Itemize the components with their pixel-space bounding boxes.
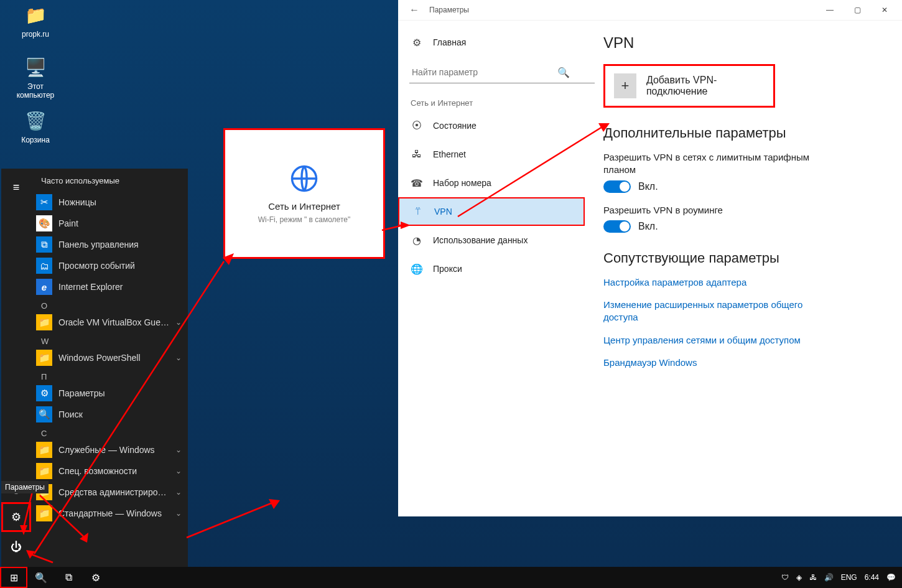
letter-header[interactable]: С xyxy=(31,425,188,439)
app-label: Internet Explorer xyxy=(58,282,182,292)
volume-icon[interactable]: 🔊 xyxy=(824,573,834,582)
letter-header[interactable]: O xyxy=(31,297,188,312)
nav-item[interactable]: ◔Использование данных xyxy=(398,226,585,254)
app-icon: 🗂 xyxy=(36,258,52,274)
language-indicator[interactable]: ENG xyxy=(841,573,857,582)
nav-item[interactable]: ⦿Состояние xyxy=(398,111,585,140)
start-button[interactable]: ⊞ xyxy=(0,567,27,588)
app-label: Paint xyxy=(58,218,182,228)
nav-item[interactable]: ⍡VPN xyxy=(398,197,585,226)
settings-tooltip: Параметры xyxy=(1,481,49,493)
related-link[interactable]: Изменение расширенных параметров общего … xyxy=(603,299,827,324)
letter-header[interactable]: П xyxy=(31,368,188,383)
toggle-switch[interactable] xyxy=(603,220,631,233)
nav-item[interactable]: 🌐Прокси xyxy=(398,254,585,283)
app-label: Средства администрировани... xyxy=(58,487,169,497)
toggle-vpn-roaming[interactable]: Вкл. xyxy=(603,220,883,233)
toggle-switch[interactable] xyxy=(603,180,631,193)
folder-icon: 📁 xyxy=(36,442,52,458)
desktop-icon-label: propk.ru xyxy=(11,30,60,39)
app-icon: ✂ xyxy=(36,194,52,210)
start-list-header: Часто используемые xyxy=(31,174,188,192)
network-icon[interactable]: 🖧 xyxy=(809,573,817,582)
start-app-item[interactable]: 🗂Просмотр событий xyxy=(31,255,188,276)
recycle-bin-icon: 🗑️ xyxy=(23,108,48,133)
folder-icon: 📁 xyxy=(36,314,52,330)
start-app-item[interactable]: 📁Windows PowerShell⌄ xyxy=(31,347,188,368)
start-app-item[interactable]: 🎨Paint xyxy=(31,213,188,234)
section-heading: Дополнительные параметры xyxy=(603,125,883,141)
folder-icon: 📁 xyxy=(23,2,48,27)
app-icon: ⧉ xyxy=(36,236,52,253)
folder-icon: 📁 xyxy=(36,463,52,479)
nav-item[interactable]: 🖧Ethernet xyxy=(398,140,585,169)
desktop-icon-bin[interactable]: 🗑️ Корзина xyxy=(11,108,60,144)
action-center-icon[interactable]: 💬 xyxy=(886,573,896,582)
taskbar-settings-icon[interactable]: ⚙ xyxy=(82,567,109,588)
taskbar: ⊞ 🔍 ⧉ ⚙ 🛡 ◈ 🖧 🔊 ENG 6:44 💬 xyxy=(0,567,902,588)
chevron-down-icon: ⌄ xyxy=(175,318,182,327)
start-app-item[interactable]: ✂Ножницы xyxy=(31,192,188,213)
chevron-down-icon: ⌄ xyxy=(175,509,182,518)
add-vpn-button[interactable]: + Добавить VPN-подключение xyxy=(603,64,775,108)
chevron-down-icon: ⌄ xyxy=(175,467,182,475)
taskbar-search-icon[interactable]: 🔍 xyxy=(27,567,55,588)
security-icon[interactable]: 🛡 xyxy=(781,573,789,582)
gear-icon: ⚙ xyxy=(411,37,423,49)
app-icon: 🔍 xyxy=(36,406,52,422)
start-app-item[interactable]: ⚙Параметры xyxy=(31,383,188,404)
app-label: Ножницы xyxy=(58,197,182,207)
back-button[interactable]: ← xyxy=(404,4,424,16)
start-app-item[interactable]: 📁Oracle VM VirtualBox Guest A...⌄ xyxy=(31,312,188,333)
minimize-button[interactable]: — xyxy=(816,1,844,19)
desktop-icon-label: Корзина xyxy=(11,136,60,144)
nav-icon: ☎ xyxy=(411,177,423,189)
task-view-icon[interactable]: ⧉ xyxy=(55,567,82,588)
option-label: Разрешить VPN в сетях с лимитным тарифны… xyxy=(603,151,827,177)
app-label: Oracle VM VirtualBox Guest A... xyxy=(58,317,169,327)
start-app-item[interactable]: 📁Стандартные — Windows⌄ xyxy=(31,503,188,524)
toggle-vpn-metered[interactable]: Вкл. xyxy=(603,180,883,193)
tray-icon[interactable]: ◈ xyxy=(796,573,802,582)
letter-header[interactable]: W xyxy=(31,333,188,347)
start-app-item[interactable]: 📁Служебные — Windows⌄ xyxy=(31,439,188,460)
nav-label: Состояние xyxy=(433,121,477,131)
related-link[interactable]: Центр управления сетями и общим доступом xyxy=(603,334,827,347)
nav-icon: ⦿ xyxy=(411,120,423,131)
desktop: 📁 propk.ru 🖥️ Этот компьютер 🗑️ Корзина … xyxy=(0,0,902,588)
app-label: Панель управления xyxy=(58,240,182,250)
app-label: Поиск xyxy=(58,409,182,419)
start-app-item[interactable]: 📁Спец. возможности⌄ xyxy=(31,460,188,482)
settings-icon[interactable]: ⚙ xyxy=(1,502,31,532)
app-icon: e xyxy=(36,279,52,295)
related-link[interactable]: Настройка параметров адаптера xyxy=(603,276,827,289)
hamburger-icon[interactable]: ≡ xyxy=(1,172,31,202)
nav-item[interactable]: ☎Набор номера xyxy=(398,169,585,197)
start-rail: ≡ ◯ ⚙ ⏻ xyxy=(1,169,31,567)
start-app-item[interactable]: 🔍Поиск xyxy=(31,404,188,425)
folder-icon: 📁 xyxy=(36,350,52,366)
globe-icon xyxy=(288,162,320,197)
desktop-icon-thispc[interactable]: 🖥️ Этот компьютер xyxy=(11,55,60,100)
related-link[interactable]: Брандмауэр Windows xyxy=(603,357,827,369)
clock[interactable]: 6:44 xyxy=(865,573,879,582)
start-menu: ≡ ◯ ⚙ ⏻ Параметры Часто используемые ✂Но… xyxy=(1,169,188,567)
nav-section-caption: Сеть и Интернет xyxy=(398,90,585,111)
power-icon[interactable]: ⏻ xyxy=(1,532,31,562)
close-button[interactable]: ✕ xyxy=(871,1,898,19)
app-label: Windows PowerShell xyxy=(58,353,169,363)
desktop-icon-propk[interactable]: 📁 propk.ru xyxy=(11,2,60,39)
chevron-down-icon: ⌄ xyxy=(175,353,182,362)
folder-icon: 📁 xyxy=(36,505,52,521)
system-tray[interactable]: 🛡 ◈ 🖧 🔊 ENG 6:44 💬 xyxy=(781,573,902,582)
nav-home[interactable]: ⚙ Главная xyxy=(398,28,585,57)
start-app-item[interactable]: eInternet Explorer xyxy=(31,276,188,297)
settings-tile-network[interactable]: Сеть и Интернет Wi-Fi, режим " в самолет… xyxy=(223,128,385,259)
nav-label: Прокси xyxy=(433,264,462,274)
start-app-item[interactable]: ⧉Панель управления xyxy=(31,234,188,255)
nav-label: Главная xyxy=(433,37,466,47)
maximize-button[interactable]: ▢ xyxy=(844,1,871,19)
nav-icon: 🌐 xyxy=(411,263,423,275)
start-app-list[interactable]: Часто используемые ✂Ножницы🎨Paint⧉Панель… xyxy=(31,169,188,567)
start-app-item[interactable]: 📁Средства администрировани...⌄ xyxy=(31,482,188,503)
